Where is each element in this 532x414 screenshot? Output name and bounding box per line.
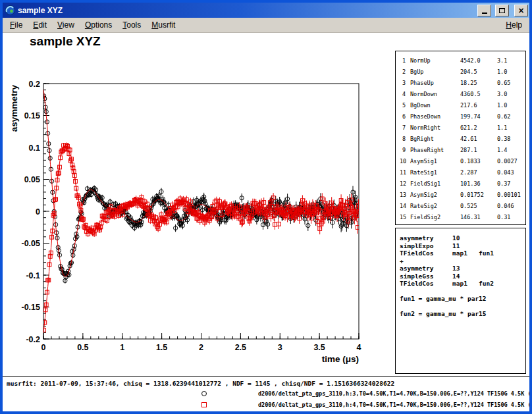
- parameter-value: 18.25: [460, 78, 497, 89]
- parameter-error: 0.38: [497, 134, 525, 145]
- parameter-value: 146.31: [460, 212, 497, 223]
- parameter-no: 8: [400, 134, 410, 145]
- fit-stats: musrfit: 2011-07-09, 15:37:46, chisq = 1…: [7, 380, 394, 387]
- close-icon: ×: [518, 7, 524, 14]
- svg-text:3.5: 3.5: [313, 343, 325, 352]
- svg-text:0.5: 0.5: [77, 343, 88, 352]
- parameter-row: 12FieldSig1101.360.37: [400, 178, 525, 190]
- parameter-error: 0.043: [497, 167, 525, 178]
- parameter-row: 2BgUp204.51.0: [400, 66, 525, 78]
- parameter-value: 101.36: [460, 178, 497, 190]
- legend-circle-marker: [201, 391, 207, 396]
- theory-line: +: [400, 257, 521, 265]
- menu-options[interactable]: Options: [80, 18, 117, 32]
- parameter-error: 0.37: [497, 178, 525, 190]
- parameter-no: 14: [400, 201, 410, 212]
- svg-text:-0.1: -0.1: [26, 271, 40, 280]
- parameter-value: 287.1: [460, 145, 497, 156]
- maximize-icon: [499, 8, 505, 13]
- parameter-name: AsymSig2: [410, 190, 460, 201]
- parameter-row: 13AsymSig20.017520.00101: [400, 190, 525, 201]
- theory-line: TFieldCos map1 fun1: [400, 249, 521, 257]
- parameter-value: 0.525: [460, 201, 497, 212]
- parameter-no: 15: [400, 212, 410, 223]
- parameter-name: RateSig2: [410, 201, 460, 212]
- menubar: FileEditViewOptionsToolsMusrfit Help: [3, 18, 529, 33]
- parameter-name: PhaseUp: [410, 78, 460, 89]
- app-window: sample XYZ × FileEditViewOptionsToolsMus…: [0, 0, 532, 414]
- parameter-row: 5BgDown217.61.0: [400, 100, 525, 111]
- parameter-no: 4: [400, 89, 410, 100]
- parameter-row: 1NormUp4542.03.1: [400, 55, 525, 66]
- svg-text:0.05: 0.05: [24, 175, 40, 184]
- parameter-value: 204.5: [460, 66, 497, 78]
- svg-text:1: 1: [120, 343, 124, 352]
- svg-text:-0.2: -0.2: [26, 335, 40, 344]
- theory-line: [400, 288, 521, 296]
- parameter-row: 11RateSig12.2870.043: [400, 167, 525, 178]
- parameter-name: BgUp: [410, 66, 460, 78]
- parameter-no: 13: [400, 190, 410, 201]
- menu-help[interactable]: Help: [500, 18, 527, 32]
- parameter-value: 2.287: [460, 167, 497, 178]
- maximize-button[interactable]: [495, 5, 509, 16]
- asymmetry-plot[interactable]: 00.511.522.533.54-0.2-0.15-0.1-0.0500.05…: [3, 33, 395, 375]
- theory-line: asymmetry 13: [400, 265, 521, 272]
- legend-row-2: d2006/deltat_pta_gps_3110,h:4,T0=4.50K,T…: [3, 400, 529, 411]
- menu-edit[interactable]: Edit: [28, 18, 52, 32]
- menu-file[interactable]: File: [5, 18, 28, 32]
- svg-text:2: 2: [199, 343, 203, 352]
- parameter-box: 1NormUp4542.03.12BgUp204.51.03PhaseUp18.…: [395, 51, 526, 225]
- parameter-name: NormUp: [410, 55, 460, 66]
- parameter-error: 3.1: [497, 55, 525, 66]
- parameter-error: 0.65: [497, 78, 525, 89]
- parameter-name: FieldSig1: [410, 178, 460, 190]
- theory-line: [400, 303, 521, 311]
- menubar-items: FileEditViewOptionsToolsMusrfit: [5, 18, 180, 32]
- parameter-error: 0.0027: [497, 156, 525, 167]
- parameter-no: 12: [400, 178, 410, 190]
- parameter-value: 199.74: [460, 111, 497, 122]
- titlebar[interactable]: sample XYZ ×: [3, 3, 529, 18]
- parameter-row: 8BgRight42.610.38: [400, 134, 525, 145]
- parameter-no: 7: [400, 122, 410, 134]
- svg-text:0.1: 0.1: [29, 143, 40, 153]
- parameter-row: 10AsymSig10.18330.0027: [400, 156, 525, 167]
- parameter-row: 6PhaseDown199.740.62: [400, 111, 525, 122]
- svg-text:-0.15: -0.15: [22, 303, 41, 312]
- svg-text:-0.05: -0.05: [22, 239, 41, 248]
- menu-tools[interactable]: Tools: [117, 18, 146, 32]
- menu-musrfit[interactable]: Musrfit: [146, 18, 180, 32]
- theory-line: asymmetry 10: [400, 234, 521, 242]
- parameter-name: NormRight: [410, 122, 460, 134]
- svg-text:asymmetry: asymmetry: [9, 85, 19, 132]
- parameter-row: 9PhaseRight287.11.4: [400, 145, 525, 156]
- parameter-name: NormDown: [410, 89, 460, 100]
- parameter-name: PhaseDown: [410, 111, 460, 122]
- parameter-error: 0.00101: [497, 190, 525, 201]
- parameter-error: 1.1: [497, 122, 525, 134]
- window-title: sample XYZ: [18, 6, 473, 15]
- parameter-name: FieldSig2: [410, 212, 460, 223]
- parameter-error: 1.0: [497, 66, 525, 78]
- svg-text:time (μs): time (μs): [322, 354, 359, 364]
- menu-view[interactable]: View: [52, 18, 80, 32]
- svg-text:1.5: 1.5: [156, 343, 167, 352]
- parameter-value: 0.1833: [460, 156, 497, 167]
- minimize-button[interactable]: [477, 5, 491, 16]
- parameter-value: 0.01752: [460, 190, 497, 201]
- app-icon[interactable]: [5, 5, 15, 15]
- parameter-name: AsymSig1: [410, 156, 460, 167]
- parameter-row: 14RateSig20.5250.046: [400, 201, 525, 212]
- svg-text:4: 4: [357, 343, 361, 352]
- parameter-name: RateSig1: [410, 167, 460, 178]
- parameter-no: 6: [400, 111, 410, 122]
- parameter-row: 7NormRight621.21.1: [400, 122, 525, 134]
- close-button[interactable]: ×: [514, 5, 528, 16]
- legend-row-1: d2006/deltat_pta_gps_3110,h:3,T0=4.50K,T…: [3, 389, 529, 400]
- svg-text:0: 0: [36, 207, 40, 217]
- theory-line: TFieldCos map1 fun2: [400, 280, 521, 288]
- parameter-error: 0.046: [497, 201, 525, 212]
- legend-label: d2006/deltat_pta_gps_3110,h:3,T0=4.50K,T…: [258, 390, 529, 397]
- footer-divider: [3, 376, 529, 377]
